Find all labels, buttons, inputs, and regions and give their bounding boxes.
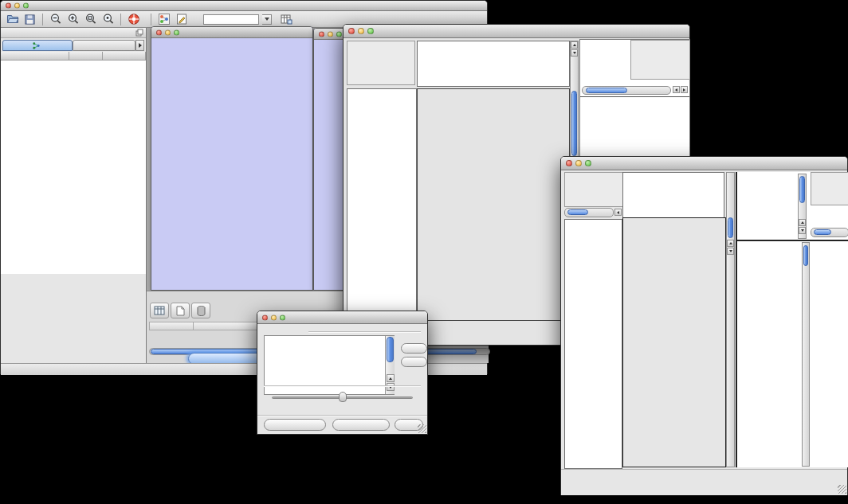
column-id[interactable] (149, 322, 194, 330)
scroll-down-icon[interactable] (727, 248, 734, 255)
search-input[interactable] (203, 14, 259, 25)
zoom-heatmap-canvas[interactable] (583, 99, 625, 140)
dialog-separator (257, 415, 427, 416)
column-nodes[interactable] (69, 52, 103, 61)
minimize-icon[interactable] (14, 3, 20, 9)
scrollbar-thumb[interactable] (387, 337, 394, 362)
labels-vscrollbar[interactable] (798, 174, 807, 239)
column-dendrogram-canvas[interactable] (418, 41, 569, 86)
zoom-out-icon[interactable] (49, 13, 62, 26)
main-titlebar[interactable] (1, 1, 487, 11)
treeview-window-combined (560, 156, 848, 495)
column-tree-area (622, 172, 724, 217)
heatmap-canvas[interactable] (623, 218, 725, 467)
scrollbar-thumb[interactable] (567, 209, 588, 215)
float-panel-icon[interactable] (135, 29, 143, 37)
attribute-select-button[interactable] (150, 303, 169, 318)
close-icon[interactable] (156, 29, 162, 35)
scroll-up-icon[interactable] (727, 240, 734, 247)
column-network[interactable] (1, 52, 69, 61)
create-vizmap-button[interactable] (332, 419, 390, 431)
delete-attribute-button[interactable] (191, 303, 210, 318)
help-lifering-icon[interactable] (127, 13, 140, 26)
panel-hscrollbar[interactable] (564, 208, 614, 217)
control-panel-tabs (1, 39, 146, 51)
minimize-icon[interactable] (328, 31, 333, 37)
close-icon[interactable] (6, 3, 11, 9)
network-canvas[interactable] (151, 38, 312, 291)
network-overview-canvas[interactable] (2, 272, 145, 361)
panel-hscrollbar[interactable] (582, 86, 671, 95)
toolbar-separator (42, 14, 43, 25)
close-icon[interactable] (348, 28, 355, 34)
open-file-icon[interactable] (6, 13, 19, 26)
heatmap-canvas[interactable] (418, 89, 569, 320)
scroll-up-icon[interactable] (387, 374, 395, 382)
scrollbar-thumb[interactable] (586, 88, 627, 93)
move-down-button[interactable] (401, 357, 427, 367)
network-view-titlebar[interactable] (151, 27, 312, 38)
zoom-in-icon[interactable] (66, 13, 80, 26)
column-edges[interactable] (103, 52, 146, 61)
network-table-header[interactable] (1, 52, 146, 61)
close-icon[interactable] (319, 31, 324, 37)
tab-network[interactable] (2, 40, 73, 51)
close-icon[interactable] (566, 160, 572, 166)
usage-hints-box (630, 40, 690, 80)
treeview2-titlebar[interactable] (561, 157, 847, 170)
row-dendrogram-canvas[interactable] (347, 89, 416, 320)
dense-network-canvas[interactable] (314, 86, 344, 271)
scroll-left-icon[interactable] (614, 209, 622, 216)
scrollbar-thumb[interactable] (799, 176, 805, 203)
treeview1-titlebar[interactable] (344, 25, 689, 38)
resize-grip[interactable] (838, 485, 846, 494)
treeview2-button-bar (561, 469, 847, 495)
genes-hscrollbar[interactable] (811, 228, 848, 237)
minimize-icon[interactable] (165, 29, 171, 35)
scrollbar-thumb[interactable] (728, 217, 733, 238)
speed-slider-thumb[interactable] (339, 392, 347, 402)
scroll-up-icon[interactable] (799, 219, 806, 226)
network-glyph-icon (33, 42, 40, 49)
resize-grip[interactable] (418, 424, 426, 433)
scrollbar-thumb[interactable] (814, 229, 831, 235)
minimize-icon[interactable] (271, 315, 277, 320)
move-up-button[interactable] (401, 343, 427, 354)
zoom-heatmap-canvas[interactable] (739, 242, 801, 467)
scrollbar-thumb[interactable] (571, 91, 577, 156)
tab-vizmapper[interactable] (73, 40, 136, 51)
minimize-icon[interactable] (358, 28, 364, 34)
search-dropdown-icon[interactable] (262, 14, 272, 25)
close-icon[interactable] (262, 315, 268, 320)
import-table-icon[interactable] (279, 13, 292, 26)
zoom-window-icon[interactable] (336, 31, 342, 37)
minimize-icon[interactable] (575, 160, 582, 166)
usage-hints-box (811, 172, 848, 205)
control-panel-header (1, 28, 146, 38)
scroll-up-icon[interactable] (571, 41, 578, 49)
scrollbar-thumb[interactable] (803, 245, 808, 266)
save-icon[interactable] (23, 13, 37, 26)
zoom-vscrollbar[interactable] (802, 242, 810, 467)
scroll-down-icon[interactable] (387, 383, 395, 391)
annotation-icon[interactable] (175, 13, 188, 26)
treeview1-title (371, 25, 662, 37)
scroll-down-icon[interactable] (799, 227, 806, 234)
gene-list (812, 242, 848, 467)
zoom-selected-icon[interactable] (84, 13, 97, 26)
scroll-down-icon[interactable] (571, 49, 578, 57)
dialog-titlebar[interactable] (257, 311, 427, 324)
network-view-title (174, 27, 306, 37)
heatmap-vscrollbar[interactable] (726, 172, 735, 467)
animate-vizmap-button[interactable] (264, 419, 326, 431)
network-view-icon[interactable] (157, 13, 171, 26)
desktop (0, 0, 848, 504)
view-status-box (564, 172, 631, 207)
zoom-fit-icon[interactable] (101, 13, 115, 26)
scroll-right-icon[interactable] (681, 86, 688, 93)
tab-overflow-button[interactable] (135, 40, 144, 51)
scroll-left-icon[interactable] (673, 86, 680, 93)
view-status-box (347, 41, 415, 85)
new-attribute-button[interactable] (171, 303, 190, 318)
row-dendrogram-canvas[interactable] (565, 220, 622, 468)
